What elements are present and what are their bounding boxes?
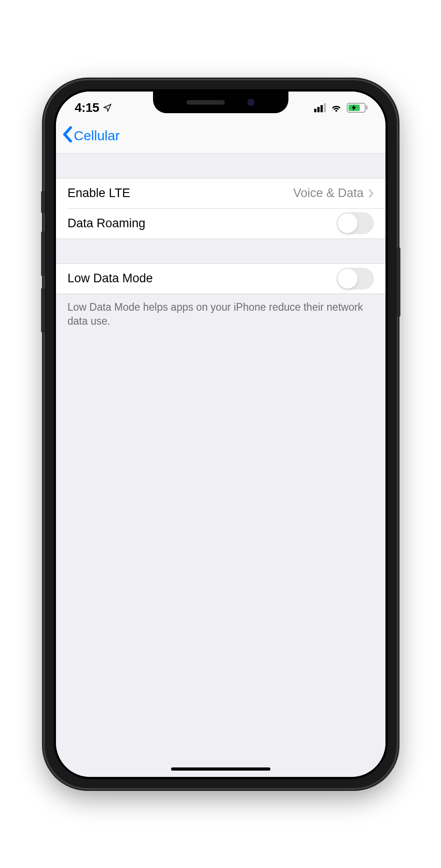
- cellular-signal-icon: [314, 103, 326, 112]
- content: Enable LTE Voice & Data Data Roaming: [56, 154, 385, 777]
- notch: [153, 92, 288, 113]
- volume-down-button: [41, 288, 45, 333]
- low-data-mode-label: Low Data Mode: [68, 271, 337, 285]
- status-left: 4:15: [75, 101, 112, 115]
- battery-icon: [347, 103, 367, 113]
- side-button: [397, 247, 400, 317]
- back-label: Cellular: [74, 128, 120, 143]
- data-roaming-label: Data Roaming: [68, 216, 337, 230]
- speaker: [186, 100, 225, 105]
- back-button[interactable]: Cellular: [62, 126, 120, 145]
- phone-frame: 4:15: [45, 80, 397, 788]
- wifi-icon: [330, 103, 342, 112]
- low-data-mode-toggle[interactable]: [337, 268, 374, 289]
- navigation-bar: Cellular: [56, 119, 385, 154]
- front-camera: [247, 99, 255, 106]
- status-time: 4:15: [75, 101, 99, 115]
- enable-lte-label: Enable LTE: [68, 186, 293, 200]
- status-right: [314, 103, 367, 113]
- enable-lte-value: Voice & Data: [293, 186, 373, 201]
- enable-lte-row[interactable]: Enable LTE Voice & Data: [56, 178, 385, 209]
- low-data-mode-row: Low Data Mode: [56, 263, 385, 294]
- chevron-left-icon: [62, 126, 72, 145]
- screen: 4:15: [56, 92, 385, 777]
- home-indicator[interactable]: [171, 767, 270, 771]
- low-data-mode-footer: Low Data Mode helps apps on your iPhone …: [56, 294, 385, 328]
- chevron-right-icon: [368, 186, 374, 201]
- data-roaming-row: Data Roaming: [56, 208, 385, 239]
- silent-switch: [41, 191, 45, 213]
- volume-up-button: [41, 231, 45, 276]
- location-services-icon: [103, 103, 112, 112]
- data-roaming-toggle[interactable]: [337, 212, 374, 234]
